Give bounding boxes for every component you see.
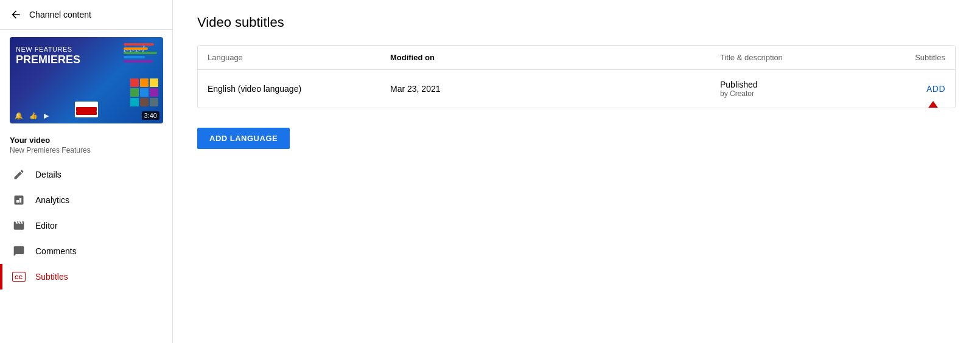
video-thumbnail: NEW FEATURES PREMIERES eeel <box>10 37 163 123</box>
svg-text:CC: CC <box>15 274 23 280</box>
thumb-label-top: NEW FEATURES <box>16 46 72 53</box>
video-subtitle-text: New Premieres Features <box>10 146 163 154</box>
arrow-indicator <box>915 101 951 108</box>
col-header-subtitles: Subtitles <box>872 53 945 62</box>
sidebar-item-details[interactable]: Details <box>0 162 172 187</box>
bar-chart-icon <box>12 193 26 207</box>
col-header-title-desc: Title & description <box>720 53 872 62</box>
svg-marker-3 <box>918 101 948 108</box>
sidebar-item-comments[interactable]: Comments <box>0 238 172 264</box>
film-icon <box>12 219 26 232</box>
sidebar-label-analytics: Analytics <box>35 195 69 205</box>
duration-badge: 3:40 <box>142 111 159 120</box>
video-title-label: Your video <box>10 136 163 145</box>
page-title: Video subtitles <box>197 15 956 30</box>
cc-icon: CC <box>12 270 26 283</box>
sidebar-item-subtitles[interactable]: CC Subtitles <box>0 264 172 289</box>
sidebar: Channel content NEW FEATURES PREMIERES e… <box>0 0 173 343</box>
table-header: Language Modified on Title & description… <box>198 46 955 70</box>
nav-items: Details Analytics Editor <box>0 162 172 343</box>
back-button[interactable] <box>10 9 22 21</box>
sidebar-label-comments: Comments <box>35 246 77 256</box>
sidebar-item-editor[interactable]: Editor <box>0 213 172 238</box>
col-header-language: Language <box>208 53 390 62</box>
thumb-controls: 🔔 👍 ▶ <box>15 112 49 120</box>
sidebar-header-title: Channel content <box>29 10 91 19</box>
status-by: by Creator <box>720 89 872 98</box>
cell-language: English (video language) <box>208 84 390 94</box>
add-language-button[interactable]: ADD LANGUAGE <box>197 128 290 149</box>
cell-status: Published by Creator <box>720 80 872 98</box>
add-subtitles-link[interactable]: ADD <box>926 84 945 94</box>
pencil-icon <box>12 168 26 181</box>
sidebar-header: Channel content <box>0 0 172 30</box>
sidebar-label-details: Details <box>35 170 61 179</box>
sidebar-label-subtitles: Subtitles <box>35 272 68 282</box>
video-preview[interactable]: NEW FEATURES PREMIERES eeel <box>10 37 163 123</box>
video-info: Your video New Premieres Features <box>0 131 172 162</box>
sidebar-item-analytics[interactable]: Analytics <box>0 187 172 213</box>
main-content: Video subtitles Language Modified on Tit… <box>173 0 980 343</box>
comment-icon <box>12 244 26 258</box>
sidebar-label-editor: Editor <box>35 221 58 230</box>
subtitles-table: Language Modified on Title & description… <box>197 45 956 108</box>
thumb-flag <box>75 102 98 117</box>
col-header-modified: Modified on <box>390 53 720 62</box>
thumbnail-inner: NEW FEATURES PREMIERES eeel <box>10 37 163 123</box>
cell-modified: Mar 23, 2021 <box>390 84 720 94</box>
table-row: English (video language) Mar 23, 2021 Pu… <box>198 70 955 108</box>
status-published: Published <box>720 80 872 89</box>
thumb-label-main: PREMIERES <box>16 54 80 66</box>
thumb-bars <box>124 43 157 63</box>
thumb-color-blocks <box>130 78 158 106</box>
cell-action: ADD <box>872 84 945 94</box>
